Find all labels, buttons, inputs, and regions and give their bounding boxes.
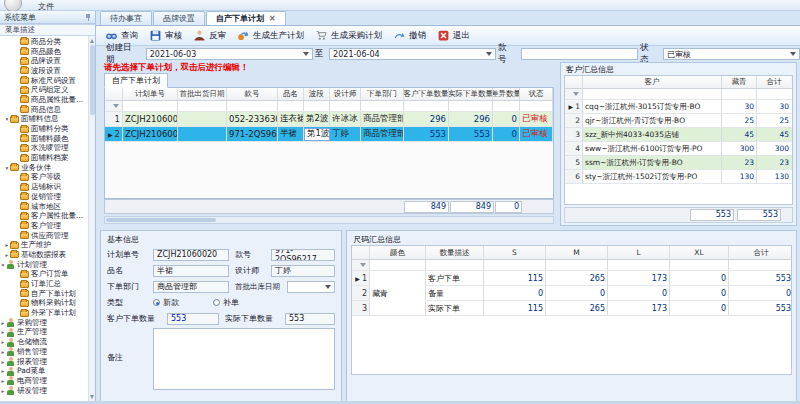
cell-plan-no[interactable]: ZCJH21060024 [123,112,178,126]
cell-style-no[interactable]: 052-23363006-1 [227,112,278,126]
cell-status[interactable]: 已审核 [520,127,553,141]
status-combobox[interactable]: 已审核 [663,48,800,60]
cell-navy-qty[interactable]: 300 [722,142,757,155]
col-qty-desc[interactable]: 数量描述 [426,246,484,259]
cell-navy-qty[interactable]: 130 [722,170,757,183]
tree-item[interactable]: ▸ 电商管理 [0,376,87,386]
query-button[interactable]: 查询 [102,28,144,43]
plan-no-field[interactable]: ZCJH21060020 [153,249,229,261]
cell-product-name[interactable]: 连衣裙 [278,112,304,126]
cell-designer[interactable]: 许冰冰 [330,112,361,126]
tree-item[interactable]: ▸ 仓储物流 [0,337,87,347]
cell-navy-qty[interactable]: 30 [722,100,757,113]
cell-style-no[interactable]: 971-2QS96217 [227,127,278,141]
col-style-no[interactable]: 款号 [227,88,278,100]
cell-size-m[interactable]: 265 [546,271,608,286]
tree-item[interactable]: 客户属性批量... [0,211,87,221]
tree-item[interactable]: 商品属性批量... [0,95,87,105]
grid-horizontal-scrollbar[interactable] [104,216,554,224]
tree-item[interactable]: ▸ 采购管理 [0,318,87,328]
cell-qty-desc[interactable]: 备量 [426,286,484,301]
actual-qty-field[interactable]: 553 [285,313,335,325]
table-row[interactable]: 1 ZCJH21060024 052-23363006-1 连衣裙 第2波 许冰… [105,112,553,127]
cell-wave[interactable]: 第2波 [304,112,330,126]
cell-qty-desc[interactable]: 客户下单 [426,271,484,286]
cell-size-total[interactable]: 553 [729,301,792,316]
col-designer[interactable]: 设计师 [330,88,361,100]
tree-item[interactable]: 商品颜色 [0,47,87,57]
cell-total-qty[interactable]: 23 [757,156,791,169]
tree-item[interactable]: ▸ 报表管理 [0,357,87,367]
cell-size-m[interactable]: 265 [546,301,608,316]
table-row[interactable]: ▶1 客户下单 115 265 173 0 553 [352,271,791,286]
cell-diff-qty[interactable]: 0 [493,112,520,126]
col-wave[interactable]: 波段 [304,88,330,100]
table-row[interactable]: 3 实际下单 115 265 173 0 553 [352,301,791,316]
tree-item[interactable]: 面辅料档案 [0,153,87,163]
generate-production-plan-button[interactable]: 生成生产计划 [234,28,310,43]
tree-item[interactable]: 尺码组定义 [0,85,87,95]
cell-plan-no[interactable]: ZCJH21060020 [123,127,178,141]
filter-row[interactable] [352,260,791,271]
cell-customer-name[interactable]: szz_新中州4033-4035店铺 [583,128,722,141]
col-diff-qty[interactable]: 差异数量 [493,88,520,100]
cell-color[interactable]: 藏青 [370,286,426,301]
scroll-down-icon[interactable] [90,395,94,399]
col-product-name[interactable]: 品名 [278,88,304,100]
remark-textarea[interactable] [153,328,335,390]
filter-row[interactable] [105,101,553,112]
first-ship-date-combobox[interactable] [287,281,335,293]
tree-item[interactable]: ▾ 业务伙伴 [0,163,87,173]
cell-status[interactable]: 已审核 [520,112,553,126]
radio-new-style-label[interactable]: 新款 [163,297,179,308]
cell-size-total[interactable]: 553 [729,271,792,286]
audit-button[interactable]: 审核 [146,28,188,43]
cell-customer-qty[interactable]: 553 [404,127,449,141]
order-dept-field[interactable]: 商品管理部 [153,281,229,293]
sidebar-scrollbar[interactable] [88,36,95,402]
product-name-field[interactable]: 半裙 [153,265,229,277]
undo-button[interactable]: 撤销 [390,28,432,43]
tree-item[interactable]: 城市地区 [0,202,87,212]
cell-order-dept[interactable]: 商品管理部 [361,112,404,126]
tree-item[interactable]: 物料采购计划 [0,299,87,309]
tree-item[interactable]: ▸ 生产管理 [0,328,87,338]
tree-item[interactable]: 客户管理 [0,221,87,231]
cell-total-qty[interactable]: 25 [757,114,791,127]
cell-actual-qty[interactable]: 553 [449,127,493,141]
col-plan-no[interactable]: 计划单号 [123,88,178,100]
table-row[interactable]: 6 sty~浙江杭州-1502订货专用-PO 130 130 [565,170,792,184]
col-first-ship-date[interactable]: 首批出货日期 [178,88,227,100]
cell-size-m[interactable]: 0 [546,286,608,301]
tree-item[interactable]: 店铺标识 [0,182,87,192]
radio-new-style[interactable] [153,299,160,306]
filter-row[interactable] [565,89,792,100]
tree-item[interactable]: 标准尺码设置 [0,76,87,86]
cell-customer-name[interactable]: sty~浙江杭州-1502订货专用-PO [583,170,722,183]
tree-item[interactable]: 波段设置 [0,66,87,76]
customer-qty-field[interactable]: 553 [167,313,219,325]
cell-size-total[interactable]: 0 [729,286,792,301]
col-navy-color[interactable]: 藏青 [722,76,757,88]
exit-button[interactable]: 退出 [434,28,476,43]
cell-total-qty[interactable]: 30 [757,100,791,113]
tree-item[interactable]: 客户订货单 [0,270,87,280]
tree-item[interactable]: ▸ 研发管理 [0,386,87,396]
cell-customer-name[interactable]: qjr~浙江杭州-青订货专用-BO [583,114,722,127]
tree-item[interactable]: 水洗唛管理 [0,144,87,154]
cell-size-s[interactable]: 115 [484,301,546,316]
cell-size-l[interactable]: 0 [608,286,670,301]
cell-qty-desc[interactable]: 实际下单 [426,301,484,316]
cell-customer-qty[interactable]: 296 [404,112,449,126]
cell-actual-qty[interactable]: 296 [449,112,493,126]
radio-reorder[interactable] [213,299,220,306]
tree-item[interactable]: 自产下单计划 [0,289,87,299]
col-customer[interactable]: 客户 [583,76,722,88]
cell-size-xl[interactable]: 0 [670,286,729,301]
cell-customer-name[interactable]: ssm~浙江杭州-订货专用-BO [583,156,722,169]
cell-customer-name[interactable]: sww~浙江杭州-6100订货专用-PO [583,142,722,155]
table-row[interactable]: ▶2 ZCJH21060020 971-2QS96217 半裙 第1波 丁婷 商… [105,127,553,142]
col-actual-qty[interactable]: 实际下单数量 [449,88,493,100]
cell-size-s[interactable]: 0 [484,286,546,301]
cell-ship-date[interactable] [178,112,227,126]
